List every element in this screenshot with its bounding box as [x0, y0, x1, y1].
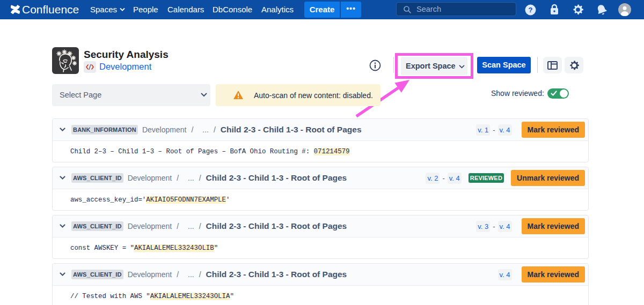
- svg-text:?: ?: [529, 6, 533, 14]
